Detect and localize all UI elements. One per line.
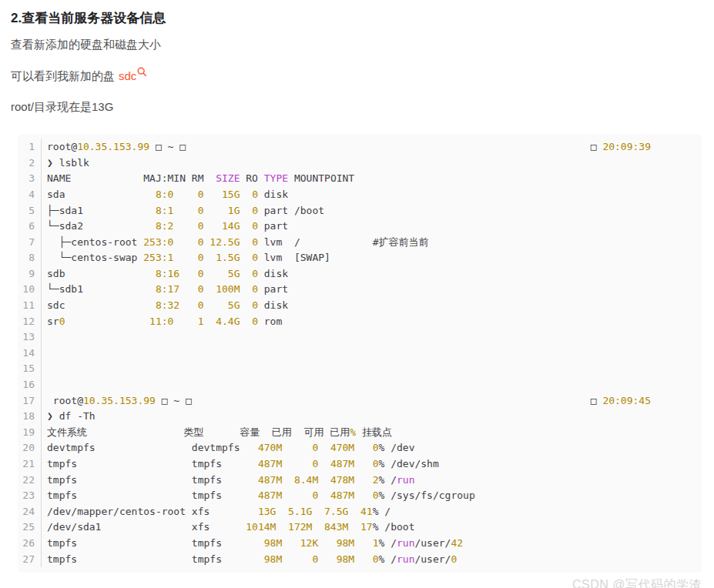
code-line-content: ├─centos-root 253:0 0 12.5G 0 lvm / #扩容前… xyxy=(42,235,429,251)
code-segment xyxy=(282,537,300,549)
code-segment xyxy=(240,205,252,216)
code-line: 27tmpfs tmpfs 98M 0 98M 0% /run/user/0 xyxy=(18,552,702,568)
code-segment: 478M xyxy=(330,474,354,486)
code-line: 20devtmpfs devtmpfs 470M 0 470M 0% /dev xyxy=(18,440,702,456)
code-segment xyxy=(354,553,372,565)
code-segment xyxy=(204,316,216,327)
code-segment: /dev/mapper/centos-root xfs xyxy=(47,506,258,517)
code-segment: part /boot xyxy=(258,205,324,216)
code-segment: 12K xyxy=(300,537,318,549)
code-segment: 7.5G xyxy=(324,506,348,517)
code-segment xyxy=(318,474,330,486)
code-segment xyxy=(173,205,197,216)
code-segment: 14G xyxy=(222,220,240,232)
code-line-content: ❯ lsblk xyxy=(42,155,89,172)
code-segment: 253:0 xyxy=(143,236,173,248)
line-number: 14 xyxy=(18,346,42,362)
code-segment: 0 xyxy=(451,553,457,565)
code-segment: 98M xyxy=(264,537,282,549)
section-heading: 2.查看当前服务器设备信息 xyxy=(11,11,702,26)
code-line-content: tmpfs tmpfs 487M 8.4M 478M 2% /run xyxy=(42,473,414,489)
code-line-content: └─sdb1 8:17 0 100M 0 part xyxy=(42,282,288,298)
code-segment: 98M xyxy=(264,553,282,565)
code-segment: 0 xyxy=(252,268,258,279)
code-segment: run xyxy=(397,553,414,565)
search-icon[interactable] xyxy=(137,66,147,79)
code-line-content: tmpfs tmpfs 487M 0 487M 0% /sys/fs/cgrou… xyxy=(42,488,475,504)
code-segment: 10.35.153.99 xyxy=(77,141,149,152)
code-line-content xyxy=(42,329,47,346)
code-line: 7 ├─centos-root 253:0 0 12.5G 0 lvm / #扩… xyxy=(18,235,702,251)
code-line-content: ❯ df -Th xyxy=(42,409,96,425)
para-root-dir: root/目录现在是13G xyxy=(11,100,702,113)
code-segment: MOUNTPOINT xyxy=(288,172,354,184)
code-line: 19文件系统 类型 容量 已用 可用 已用% 挂载点 xyxy=(18,425,702,441)
line-number: 15 xyxy=(18,361,42,377)
code-segment xyxy=(318,489,330,501)
code-segment: 0 xyxy=(198,220,204,232)
code-segment: run xyxy=(397,474,414,486)
code-line-content: 文件系统 类型 容量 已用 可用 已用% 挂载点 xyxy=(42,425,392,441)
code-line: 26tmpfs tmpfs 98M 12K 98M 1% /run/user/4… xyxy=(18,536,702,552)
code-segment xyxy=(179,283,197,295)
code-segment xyxy=(318,553,336,565)
code-segment: / xyxy=(384,474,397,486)
article-page: 2.查看当前服务器设备信息 查看新添加的硬盘和磁盘大小 可以看到我新加的盘sdc… xyxy=(0,0,714,588)
code-segment: └─sda2 xyxy=(47,220,156,232)
code-segment xyxy=(179,299,197,311)
code-segment: 487M xyxy=(258,474,282,486)
code-segment: 8:0 xyxy=(156,189,173,200)
line-number: 2 xyxy=(18,155,42,172)
code-line: 9sdb 8:16 0 5G 0 disk xyxy=(18,266,702,282)
code-line: 15 xyxy=(18,361,702,377)
code-segment xyxy=(312,506,324,517)
code-segment xyxy=(240,299,252,311)
line-number: 16 xyxy=(18,377,42,393)
code-segment: 253:1 xyxy=(143,252,173,263)
code-segment xyxy=(65,316,149,327)
code-segment xyxy=(240,236,252,248)
code-segment: └─centos-swap xyxy=(47,252,143,263)
terminal-lines: 1root@10.35.153.99 □ ~ □□ 20:09:392❯ lsb… xyxy=(18,139,702,567)
line-number: 12 xyxy=(18,314,42,330)
code-segment: 100M xyxy=(216,283,240,295)
code-segment: disk xyxy=(258,299,288,311)
code-line: 17 root@10.35.153.99 □ ~ □□ 20:09:45 xyxy=(18,393,702,409)
code-segment: 12.5G xyxy=(210,236,240,248)
code-segment: sdb xyxy=(47,268,156,279)
code-segment: 0 xyxy=(198,236,204,248)
code-segment: ❯ df -Th xyxy=(47,410,96,422)
code-line-content: tmpfs tmpfs 98M 12K 98M 1% /run/user/42 xyxy=(42,536,463,552)
timestamp: □ 20:09:39 xyxy=(591,139,702,155)
code-segment: 0 xyxy=(373,489,379,501)
csdn-watermark: CSDN @写代码的学渣 xyxy=(18,577,702,588)
code-segment: 487M xyxy=(258,458,282,469)
line-number: 26 xyxy=(18,536,42,552)
sdc-link[interactable]: sdc xyxy=(119,69,136,82)
code-line-content: sr0 11:0 1 4.4G 0 rom xyxy=(42,314,282,330)
code-segment: tmpfs tmpfs xyxy=(47,537,264,549)
code-segment xyxy=(204,189,222,200)
code-segment xyxy=(282,474,294,486)
code-segment xyxy=(354,489,372,501)
code-line: 25/dev/sda1 xfs 1014M 172M 843M 17% /boo… xyxy=(18,520,702,536)
code-line-content: root@10.35.153.99 □ ~ □ xyxy=(42,393,192,409)
code-segment: □ xyxy=(591,395,603,406)
code-segment: 5G xyxy=(228,268,240,279)
code-segment: / xyxy=(384,553,397,565)
code-segment: NAME MAJ:MIN RM xyxy=(47,172,216,184)
line-number: 25 xyxy=(18,520,42,536)
code-segment xyxy=(240,316,252,327)
code-segment: RO xyxy=(240,172,263,184)
code-segment: 0 xyxy=(252,205,258,216)
code-segment: / xyxy=(384,537,397,549)
code-segment: 1 xyxy=(373,537,379,549)
code-segment: tmpfs tmpfs xyxy=(47,474,258,486)
code-segment xyxy=(354,458,372,469)
code-segment: lvm / xyxy=(258,236,373,248)
code-segment xyxy=(173,236,197,248)
code-line-content xyxy=(42,377,47,393)
code-segment: 8:2 xyxy=(156,220,173,232)
code-line-content: /dev/sda1 xfs 1014M 172M 843M 17% /boot xyxy=(42,520,414,536)
code-segment: / xyxy=(379,506,391,517)
